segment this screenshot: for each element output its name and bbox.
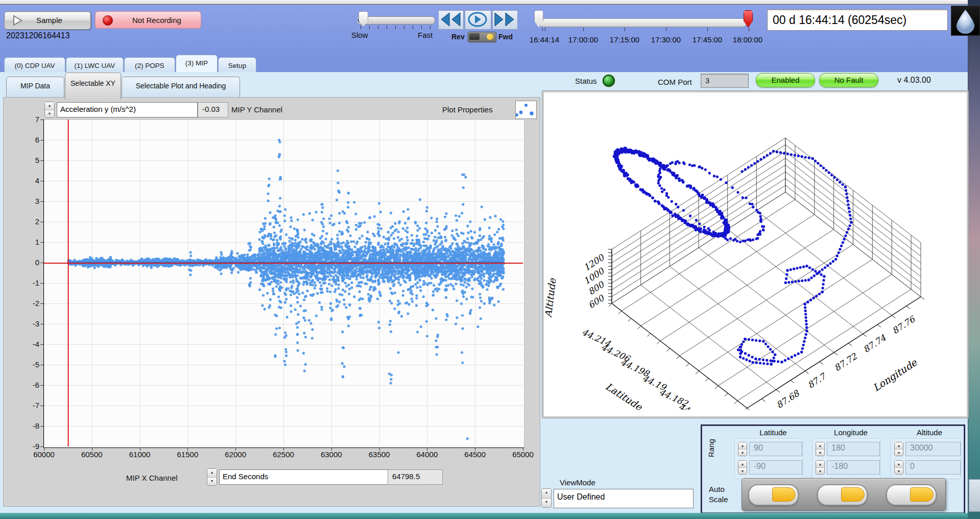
- sample-button[interactable]: Sample: [4, 11, 91, 30]
- latitude-min-value: -90: [754, 462, 766, 470]
- subtab-selectable-plot[interactable]: Selectable Plot and Heading: [122, 77, 240, 98]
- com-port-label: COM Port: [658, 78, 692, 86]
- svg-text:Latitude: Latitude: [604, 381, 645, 410]
- status-label: Status: [575, 77, 597, 85]
- latitude-min-stepper[interactable]: ▲▼: [738, 460, 747, 475]
- rewind-icon: [439, 11, 462, 28]
- subtab-label: MIP Data: [20, 82, 50, 90]
- fast-forward-button[interactable]: [492, 10, 518, 30]
- subtab-label: Selectable Plot and Heading: [136, 82, 226, 90]
- altitude-min-stepper[interactable]: ▲▼: [894, 460, 903, 475]
- droplet-icon[interactable]: [951, 6, 980, 36]
- flight-3d-plot[interactable]: 6008001000120044.21444.20644.19844.1944.…: [545, 94, 960, 410]
- timeline-label-5: 18:00:00: [725, 35, 770, 44]
- y-channel-value: Acceleration y (m/s^2): [60, 105, 136, 113]
- play-pause-button[interactable]: [465, 10, 491, 30]
- x-reading-value: 64798.5: [392, 472, 420, 481]
- toggle-knob: [469, 33, 480, 40]
- latitude-max-value: 90: [754, 443, 763, 452]
- svg-text:Longitude: Longitude: [871, 356, 920, 394]
- altitude-max-field[interactable]: 30000: [905, 442, 961, 456]
- latitude-max-stepper[interactable]: ▲▼: [738, 442, 747, 456]
- auto-scale-toolbar: [742, 478, 946, 511]
- y-channel-stepper[interactable]: ▲▼: [44, 102, 55, 118]
- slow-label: Slow: [351, 31, 368, 39]
- plot-properties-label: Plot Properties: [442, 105, 492, 114]
- no-fault-button[interactable]: No Fault: [819, 73, 878, 87]
- svg-text:600: 600: [586, 293, 606, 311]
- altitude-min-field[interactable]: 0: [905, 460, 961, 475]
- x-channel-label: MIP X Channel: [126, 474, 178, 482]
- longitude-range-group: ▲▼ 180 ▲▼ -180: [812, 438, 880, 479]
- record-dot-icon: [103, 15, 113, 26]
- longitude-min-field[interactable]: -180: [827, 460, 880, 475]
- recording-label: Not Recording: [132, 16, 181, 25]
- svg-text:44.174: 44.174: [677, 402, 709, 410]
- altitude-min-value: 0: [910, 462, 915, 470]
- xy-plot-panel: ▲▼ Acceleration y (m/s^2) -0.03 MIP Y Ch…: [3, 97, 540, 507]
- range-frame: Rang Latitude Longitude Altitude ▲▼ 90 ▲…: [701, 424, 965, 514]
- svg-text:Altitude: Altitude: [545, 277, 558, 319]
- fast-forward-icon: [493, 11, 516, 28]
- longitude-max-field[interactable]: 180: [827, 442, 880, 456]
- xy-plot-frame: [43, 119, 524, 448]
- timeline-slider[interactable]: [539, 18, 747, 27]
- no-fault-label: No Fault: [834, 76, 864, 84]
- longitude-max-stepper[interactable]: ▲▼: [816, 442, 825, 456]
- viewmode-select[interactable]: User Defined: [554, 489, 694, 508]
- enabled-button[interactable]: Enabled: [756, 73, 815, 87]
- speed-slider[interactable]: [356, 16, 435, 25]
- auto-scale-toggle-altitude[interactable]: [886, 484, 937, 506]
- y-channel-select[interactable]: Acceleration y (m/s^2): [57, 102, 198, 117]
- version-label: v 4.03.00: [897, 76, 931, 85]
- tab-label: (2) POPS: [135, 62, 164, 69]
- latitude-range-group: ▲▼ 90 ▲▼ -90: [734, 438, 803, 479]
- rev-label: Rev: [451, 33, 465, 41]
- subtab-label: Selectable XY: [70, 79, 115, 87]
- auto-scale-toggle-longitude[interactable]: [817, 484, 868, 506]
- rewind-button[interactable]: [438, 10, 464, 30]
- x-channel-stepper[interactable]: ▲▼: [207, 468, 217, 486]
- range-label: Rang: [707, 439, 715, 457]
- altitude-column-label: Altitude: [899, 428, 960, 437]
- tab-label: Setup: [228, 62, 246, 69]
- toggle-dot: [487, 34, 493, 40]
- title-strip: [0, 0, 968, 5]
- toggle-on-indicator: [910, 487, 934, 502]
- flight-3d-panel: 6008001000120044.21444.20644.19844.1944.…: [542, 91, 968, 418]
- com-port-value: 3: [705, 76, 709, 85]
- auto-scale-toggle-latitude[interactable]: [748, 484, 799, 506]
- recording-indicator[interactable]: Not Recording: [95, 11, 201, 29]
- play-icon: [12, 15, 23, 28]
- fast-label: Fast: [418, 31, 433, 39]
- subtab-mip-data[interactable]: MIP Data: [6, 77, 64, 98]
- background-window-scroll: [969, 479, 980, 512]
- auto-scale-label: Auto Scale: [709, 484, 735, 505]
- rev-fwd-toggle[interactable]: [468, 32, 496, 42]
- latitude-min-field[interactable]: -90: [749, 460, 802, 475]
- toggle-on-indicator: [772, 487, 796, 502]
- time-display-value: 00 d 16:44:14 (60254sec): [773, 13, 906, 27]
- y-reading-value: -0.03: [202, 105, 220, 113]
- longitude-min-stepper[interactable]: ▲▼: [816, 460, 825, 475]
- enabled-label: Enabled: [771, 76, 799, 84]
- altitude-max-value: 30000: [910, 443, 933, 452]
- x-channel-value: End Seconds: [223, 472, 268, 481]
- altitude-max-stepper[interactable]: ▲▼: [894, 442, 903, 456]
- com-port-field[interactable]: 3: [701, 74, 749, 88]
- timeline-label-2: 17:15:00: [602, 35, 647, 44]
- plot-properties-icon[interactable]: [515, 101, 537, 119]
- subtab-selectable-xy[interactable]: Selectable XY: [65, 73, 121, 100]
- timeline-label-1: 17:00:00: [561, 35, 606, 44]
- status-led: [603, 75, 615, 87]
- tab-label: (0) CDP UAV: [14, 62, 55, 69]
- longitude-min-value: -180: [831, 462, 848, 470]
- viewmode-value: User Defined: [557, 492, 605, 501]
- toolbar: Sample Not Recording 20231206164413 Slow…: [0, 5, 968, 72]
- xy-scatter-canvas[interactable]: [44, 120, 523, 446]
- timeline-label-0: 16:44:14: [522, 35, 567, 44]
- latitude-max-field[interactable]: 90: [749, 442, 802, 456]
- viewmode-stepper[interactable]: ▲▼: [541, 488, 552, 508]
- time-display: 00 d 16:44:14 (60254sec): [767, 9, 948, 31]
- x-channel-select[interactable]: End Seconds: [219, 469, 389, 485]
